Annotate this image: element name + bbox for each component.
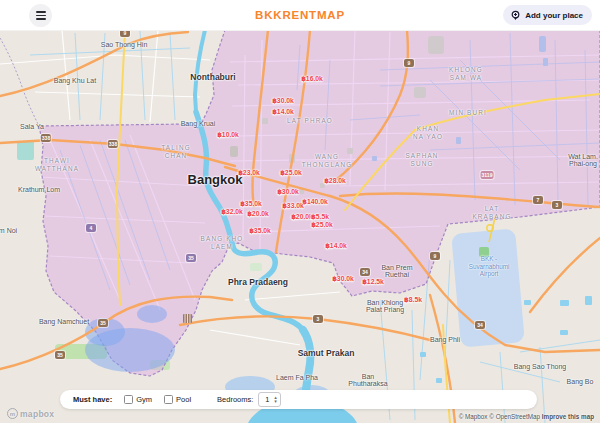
rail-icon [183, 314, 192, 323]
improve-map-link[interactable]: Improve this map [542, 413, 594, 420]
price-marker[interactable]: ฿20.0k [291, 213, 313, 221]
price-marker[interactable]: ฿8.5k [404, 296, 422, 304]
route-shield: 35 [55, 351, 65, 359]
pin-plus-icon [510, 10, 521, 21]
map-graphics [0, 0, 600, 423]
mapbox-attribution-link[interactable]: © Mapbox [459, 413, 488, 420]
route-shield: 35 [98, 319, 108, 327]
bedrooms-label: Bedrooms: [217, 395, 253, 404]
price-marker[interactable]: ฿14.0k [272, 108, 294, 116]
route-shield: 7 [533, 196, 543, 204]
gym-checkbox[interactable]: Gym [124, 395, 152, 404]
pool-checkbox-label: Pool [176, 395, 191, 404]
price-marker[interactable]: ฿30.0k [277, 188, 299, 196]
app-window: Sao Thong HinBang Khu LatNonthaburiBang … [0, 0, 600, 423]
route-shield: 35 [186, 254, 196, 262]
price-marker[interactable]: ฿30.0k [332, 275, 354, 283]
bedrooms-stepper[interactable]: 1 ▲▼ [258, 392, 280, 407]
map-attribution: © Mapbox © OpenStreetMap Improve this ma… [459, 413, 594, 420]
add-your-place-label: Add your place [525, 11, 583, 20]
route-shield: 3119 [481, 171, 494, 179]
route-shield: 3 [552, 201, 562, 209]
filter-bar: Must have: Gym Pool Bedrooms: 1 ▲▼ [60, 390, 537, 409]
stepper-arrows-icon[interactable]: ▲▼ [274, 396, 278, 403]
route-shield: 4 [86, 224, 96, 232]
must-have-label: Must have: [73, 395, 112, 404]
route-shield: 9 [404, 59, 414, 67]
add-your-place-button[interactable]: Add your place [503, 5, 592, 25]
bedrooms-value: 1 [265, 395, 269, 404]
mapbox-logo[interactable]: m mapbox [7, 408, 54, 419]
bedrooms-group: Bedrooms: 1 ▲▼ [217, 392, 281, 407]
mapbox-m-icon: m [7, 408, 18, 419]
price-marker[interactable]: ฿12.5k [362, 278, 384, 286]
route-shield: 34 [360, 268, 370, 276]
price-marker[interactable]: ฿35.0k [249, 227, 271, 235]
route-shield: 34 [475, 321, 485, 329]
price-marker[interactable]: ฿23.0k [238, 169, 260, 177]
mapbox-logo-text: mapbox [20, 409, 54, 419]
route-shield: 338 [41, 134, 51, 142]
price-marker[interactable]: ฿20.0k [247, 210, 269, 218]
header-bar: BKKRENTMAP Add your place [0, 0, 600, 31]
route-shield: 3 [313, 315, 323, 323]
price-marker[interactable]: ฿14.0k [325, 242, 347, 250]
price-marker[interactable]: ฿30.0k [272, 97, 294, 105]
price-marker[interactable]: ฿140.0k [302, 198, 328, 206]
price-marker[interactable]: ฿25.0k [280, 169, 302, 177]
osm-attribution-link[interactable]: © OpenStreetMap [489, 413, 540, 420]
pool-checkbox-box[interactable] [164, 395, 173, 404]
price-marker[interactable]: ฿5.5k [311, 213, 329, 221]
price-marker[interactable]: ฿25.0k [311, 221, 333, 229]
price-marker[interactable]: ฿32.0k [221, 208, 243, 216]
map-canvas[interactable]: Sao Thong HinBang Khu LatNonthaburiBang … [0, 0, 600, 423]
route-shield: 338 [108, 140, 118, 148]
price-marker[interactable]: ฿10.0k [217, 131, 239, 139]
price-marker[interactable]: ฿35.0k [240, 200, 262, 208]
pool-checkbox[interactable]: Pool [164, 395, 191, 404]
price-marker[interactable]: ฿33.0k [282, 202, 304, 210]
price-marker[interactable]: ฿16.0k [301, 75, 323, 83]
gym-checkbox-box[interactable] [124, 395, 133, 404]
price-marker[interactable]: ฿28.0k [324, 177, 346, 185]
gym-checkbox-label: Gym [136, 395, 152, 404]
route-shield: 9 [430, 252, 440, 260]
airport-area [451, 214, 525, 348]
